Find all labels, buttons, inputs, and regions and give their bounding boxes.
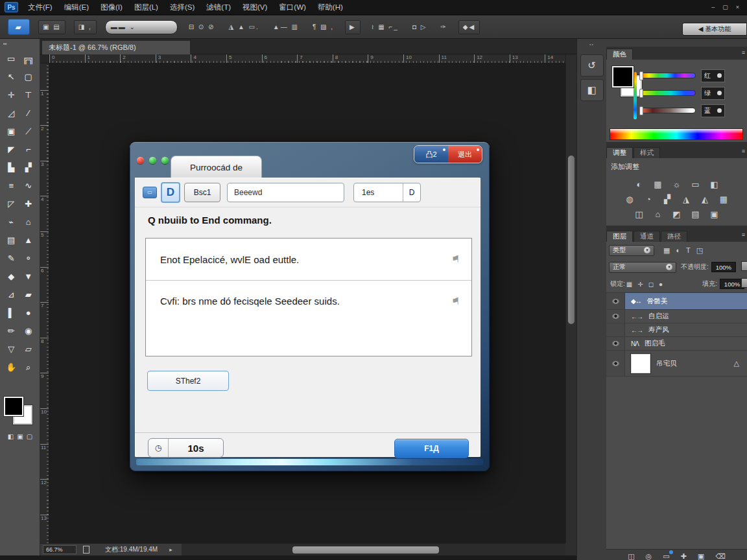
color-slider[interactable] xyxy=(640,90,696,96)
layers-footer-icon[interactable]: ⌫ xyxy=(715,552,726,560)
adjustment-icon[interactable]: ◫ xyxy=(634,209,645,219)
adjustment-icon[interactable]: ☼ xyxy=(672,180,682,189)
visibility-cell[interactable] xyxy=(606,310,625,323)
panel-tab[interactable]: 路径 xyxy=(661,231,687,242)
layers-footer-icon[interactable]: ✚ xyxy=(681,552,687,560)
options-bar-button[interactable]: ◆◀ xyxy=(458,20,480,34)
ok-button[interactable]: F1Д xyxy=(394,439,469,458)
layer-content[interactable]: ←→ 寿产风 xyxy=(625,323,747,336)
panel-menu-icon[interactable]: ≡ xyxy=(742,231,745,238)
tool-icon[interactable]: ✋ xyxy=(3,360,19,374)
tool-icon[interactable]: ▼ xyxy=(21,270,36,283)
window-control-icon[interactable]: – xyxy=(711,5,715,10)
eye-icon[interactable] xyxy=(612,299,619,304)
eye-icon[interactable] xyxy=(612,314,619,319)
adjustment-icon[interactable]: ▞ xyxy=(662,194,672,204)
layer-name[interactable]: 骨骼美 xyxy=(647,297,668,306)
count-value[interactable]: 1es xyxy=(354,188,403,197)
window-control-icon[interactable]: × xyxy=(736,5,739,10)
flag-icon[interactable]: ⚑ xyxy=(451,253,460,265)
adjustment-icon[interactable]: ⌂ xyxy=(653,209,663,219)
tool-icon[interactable]: ⌐ xyxy=(21,143,36,156)
panel-menu-icon[interactable]: ≡ xyxy=(742,49,745,56)
lock-icon[interactable]: ▦ xyxy=(626,281,632,288)
dialog-back-button[interactable]: Bsc1 xyxy=(184,183,220,202)
tool-icon[interactable]: ◸ xyxy=(3,197,19,211)
tool-icon[interactable]: ↖ xyxy=(3,70,19,84)
opacity-value[interactable]: 100% xyxy=(711,262,736,272)
dialog-search-input[interactable]: Beeewd xyxy=(227,183,344,202)
slider-knob[interactable] xyxy=(639,106,643,115)
adjustment-icon[interactable]: ◩ xyxy=(672,209,682,219)
screen-mode-icon[interactable]: ◧ xyxy=(8,433,14,440)
adjustment-icon[interactable]: ◮ xyxy=(681,194,691,204)
tool-icon[interactable]: ◉ xyxy=(21,324,36,338)
dialog-blue-button[interactable]: 凸2 xyxy=(414,146,448,163)
tool-icon[interactable]: ⊿ xyxy=(3,288,19,301)
layers-footer-icon[interactable]: ◎ xyxy=(646,552,652,560)
layer-content[interactable]: ΝΛ 图启毛 xyxy=(625,337,747,350)
zoom-light[interactable] xyxy=(161,157,169,164)
vertical-scrollbar-thumb[interactable] xyxy=(568,156,575,324)
adjustment-icon[interactable]: ◔ xyxy=(643,194,654,204)
tool-icon[interactable]: ▤ xyxy=(3,233,19,247)
tool-icon[interactable]: ▞ xyxy=(21,161,36,174)
layer-filter-icon[interactable]: T xyxy=(686,246,691,255)
adjustment-icon[interactable]: ▤ xyxy=(691,209,701,219)
dialog-title-tab[interactable]: Purroocád de xyxy=(171,156,262,178)
panel-tab[interactable]: 图层 xyxy=(606,231,633,242)
layer-name[interactable]: 吊宅贝 xyxy=(656,359,677,368)
vertical-scrollbar[interactable] xyxy=(565,54,576,543)
layer-row[interactable]: ←→ 自启运 xyxy=(606,310,747,323)
color-value-chip[interactable]: 红 xyxy=(701,69,725,82)
adjustment-icon[interactable]: ◐ xyxy=(634,180,645,189)
tool-icon[interactable]: ▣ xyxy=(3,124,19,138)
layer-name[interactable]: 寿产风 xyxy=(648,325,669,334)
answer-option[interactable]: Cvfi: brs nme dó fecisqele Seedeer suids… xyxy=(146,280,471,321)
color-value-chip[interactable]: 绿 xyxy=(701,87,725,100)
dialog-count-input[interactable]: 1es D xyxy=(353,183,421,202)
layers-footer-icon[interactable]: ▭ xyxy=(663,552,669,560)
menu-item[interactable]: 选择(S) xyxy=(164,0,200,14)
tool-icon[interactable]: ✛ xyxy=(3,88,19,102)
lock-icon[interactable]: ✛ xyxy=(637,281,643,288)
adjustment-icon[interactable]: ◍ xyxy=(624,194,635,204)
horizontal-scrollbar[interactable] xyxy=(182,544,565,555)
menu-item[interactable]: 窗口(W) xyxy=(273,0,312,14)
options-bar-button[interactable]: ✑ xyxy=(438,20,449,34)
visibility-cell[interactable] xyxy=(606,323,625,336)
zoom-level-field[interactable]: 66.7% xyxy=(43,545,77,554)
layer-row[interactable]: ΝΛ 图启毛 xyxy=(606,337,747,351)
tool-icon[interactable]: ╔╗ xyxy=(21,52,36,65)
options-bar-button[interactable]: ▣ ▤ xyxy=(38,20,65,34)
step-button[interactable]: SThef2 xyxy=(147,371,229,391)
options-bar-button[interactable]: ▶ xyxy=(345,20,361,34)
layers-footer-icon[interactable]: ◫ xyxy=(628,552,634,560)
tool-icon[interactable]: ∿ xyxy=(21,179,36,192)
workspace-switcher-button[interactable]: ◀ 基本功能 xyxy=(682,23,747,36)
adjustment-icon[interactable]: ▦ xyxy=(718,194,729,204)
layers-footer-icon[interactable]: ▣ xyxy=(698,552,704,560)
dialog-d-button[interactable]: D xyxy=(161,182,180,203)
timer-icon[interactable]: ◷ xyxy=(148,439,169,457)
layer-row[interactable]: ◆↔ 骨骼美 xyxy=(606,293,747,310)
adjustment-icon[interactable]: ◧ xyxy=(709,180,720,189)
options-bar-button[interactable]: ⊟ ⊙ ⊘ xyxy=(186,20,218,34)
tool-icon[interactable]: ▲ xyxy=(21,233,36,247)
menu-item[interactable]: 文件(F) xyxy=(22,0,58,14)
tool-icon[interactable]: ∕ xyxy=(21,106,36,120)
layer-row[interactable]: 吊宅贝 △ xyxy=(606,351,747,377)
layer-filter-icon[interactable]: ▦ xyxy=(663,246,670,255)
menu-item[interactable]: 滤镜(T) xyxy=(200,0,237,14)
layer-filter-icon[interactable]: ◐ xyxy=(676,246,680,255)
options-bar-button[interactable]: ◨ , xyxy=(74,20,97,34)
options-bar-button[interactable]: ▬▬ ⌄ xyxy=(105,20,178,34)
lock-icon[interactable]: ● xyxy=(659,281,663,288)
options-bar-button[interactable]: ◮ ▲ ▭. xyxy=(226,20,261,34)
layer-content[interactable]: 吊宅贝 △ xyxy=(625,351,747,376)
eye-icon[interactable] xyxy=(612,341,619,346)
layer-thumbnail[interactable] xyxy=(631,354,650,373)
screen-mode-icon[interactable]: ▢ xyxy=(27,433,32,440)
lock-icon[interactable]: ◻ xyxy=(648,281,654,288)
adjustment-icon[interactable]: ▭ xyxy=(691,180,701,189)
